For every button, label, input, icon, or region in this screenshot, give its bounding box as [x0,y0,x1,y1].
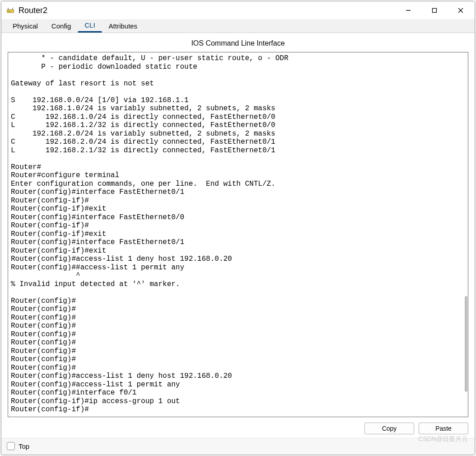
cli-terminal[interactable]: * - candidate default, U - per-user stat… [8,52,468,417]
terminal-container: * - candidate default, U - per-user stat… [8,52,468,417]
scrollbar-thumb[interactable] [465,296,467,392]
close-button[interactable] [448,1,474,19]
copy-button[interactable]: Copy [364,423,414,434]
tab-cli[interactable]: CLI [78,19,102,33]
svg-rect-4 [433,9,437,13]
minimize-button[interactable] [395,1,421,19]
window-controls [395,1,474,19]
titlebar: Router2 [1,1,475,19]
window-title: Router2 [19,6,395,15]
paste-button[interactable]: Paste [419,423,468,434]
app-window: Router2 Physical Config CLI Attributes I… [1,1,475,455]
svg-point-1 [8,11,9,12]
top-label: Top [19,442,29,450]
tab-config[interactable]: Config [45,20,78,33]
bottom-bar: Top [1,438,475,455]
top-checkbox[interactable] [7,442,15,450]
router-icon [6,6,15,15]
terminal-scrollbar[interactable] [462,52,468,417]
maximize-button[interactable] [421,1,448,19]
cli-subtitle: IOS Command Line Interface [1,33,475,52]
tab-attributes[interactable]: Attributes [102,20,144,33]
tab-bar: Physical Config CLI Attributes [1,19,475,33]
action-buttons: Copy Paste [1,420,475,438]
tab-physical[interactable]: Physical [6,20,45,33]
svg-point-2 [9,11,10,12]
